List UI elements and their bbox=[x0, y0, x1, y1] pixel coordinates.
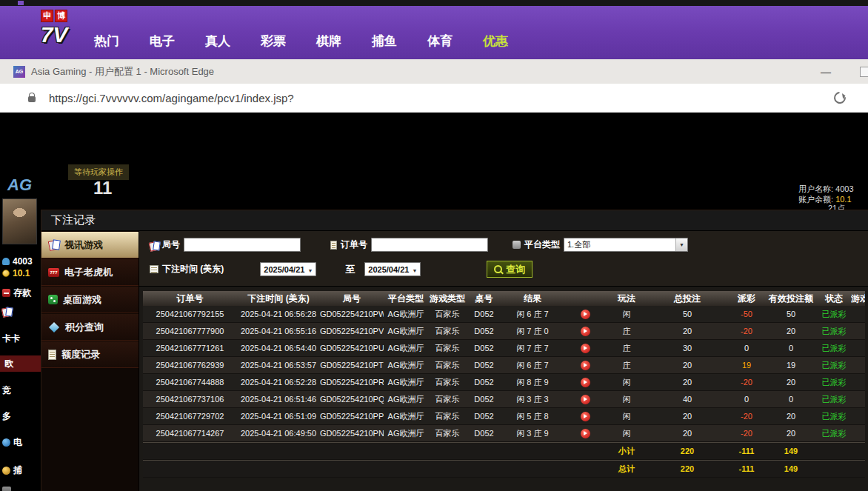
column-header: 派彩 bbox=[728, 293, 765, 305]
cell-time: 2025-04-21 06:51:09 bbox=[237, 412, 320, 421]
bottom-icon bbox=[2, 487, 11, 491]
hall-item-jing[interactable]: 竞 bbox=[2, 384, 11, 397]
sidebar-label: 视讯游戏 bbox=[64, 238, 103, 252]
cell-play: 闲 bbox=[607, 309, 647, 320]
sidebar-item-table-games[interactable]: 桌面游戏 bbox=[41, 286, 138, 313]
minimize-button[interactable]: — bbox=[815, 59, 837, 84]
chevron-down-icon[interactable] bbox=[675, 238, 687, 251]
logo-badge-bo: 博 bbox=[55, 10, 67, 22]
cell-result: 闲 7 庄 7 bbox=[501, 343, 564, 354]
cell-result: 闲 6 庄 7 bbox=[501, 309, 564, 320]
window-top-strip bbox=[0, 0, 868, 6]
column-header: 有效投注额 bbox=[765, 293, 817, 305]
cell-time: 2025-04-21 06:54:40 bbox=[237, 344, 320, 353]
cell-order: 250421067777900 bbox=[143, 327, 237, 335]
cell-status: 已派彩 bbox=[817, 411, 851, 422]
cell-time: 2025-04-21 06:53:57 bbox=[237, 361, 320, 370]
browser-titlebar[interactable]: AG Asia Gaming - 用户配置 1 - Microsoft Edge… bbox=[0, 59, 868, 84]
cell-bet: 30 bbox=[647, 344, 728, 353]
cell-play: 庄 bbox=[607, 326, 647, 337]
nav-item-fishing[interactable]: 捕鱼 bbox=[372, 33, 397, 50]
cell-payout: 0 bbox=[728, 395, 765, 404]
summary-payout: -111 bbox=[728, 447, 765, 455]
records-table: 订单号下注时间 (美东)局号平台类型游戏类型桌号结果玩法总投注派彩有效投注额状态… bbox=[139, 287, 868, 491]
url-text[interactable]: https://gci.7vvvvvv.com/agingame/pcv1/in… bbox=[49, 92, 294, 104]
hall-item-europe[interactable]: 欧 bbox=[0, 355, 41, 372]
table-header-row: 订单号下注时间 (美东)局号平台类型游戏类型桌号结果玩法总投注派彩有效投注额状态… bbox=[143, 291, 865, 306]
cell-game_type: 百家乐 bbox=[428, 377, 467, 388]
hall-item-duo[interactable]: 多 bbox=[2, 410, 11, 423]
cell-time: 2025-04-21 06:52:28 bbox=[237, 378, 320, 387]
cell-platform: AG欧洲厅 bbox=[384, 326, 428, 337]
summary-payout: -111 bbox=[728, 464, 765, 473]
cell-payout: -20 bbox=[728, 378, 765, 387]
column-header: 状态 bbox=[817, 293, 851, 305]
replay-button[interactable] bbox=[581, 378, 590, 387]
cell-round: GD052254210PU bbox=[320, 344, 384, 353]
slot-machine-icon bbox=[48, 268, 59, 277]
platform-type-select[interactable]: 1.全部 bbox=[564, 238, 688, 252]
search-button[interactable]: 查询 bbox=[487, 261, 533, 278]
search-icon bbox=[494, 265, 502, 273]
cell-round: GD052254210PQ bbox=[320, 395, 384, 404]
replay-button[interactable] bbox=[581, 310, 590, 319]
cards-icon bbox=[2, 307, 12, 316]
column-header: 下注时间 (美东) bbox=[237, 293, 320, 305]
site-logo[interactable]: 申 博 7V bbox=[33, 10, 76, 47]
nav-item-lottery[interactable]: 彩票 bbox=[261, 33, 286, 50]
browser-urlbar[interactable]: https://gci.7vvvvvv.com/agingame/pcv1/in… bbox=[0, 84, 868, 113]
cell-status: 已派彩 bbox=[817, 360, 851, 371]
hall-item-bu[interactable]: 捕 bbox=[2, 464, 22, 477]
chevron-down-icon bbox=[307, 265, 313, 274]
search-button-label: 查询 bbox=[506, 263, 525, 276]
deposit-item[interactable]: 存款 bbox=[2, 287, 31, 299]
date-to-select[interactable]: 2025/04/21 bbox=[364, 262, 421, 276]
nav-item-slots[interactable]: 电子 bbox=[150, 33, 175, 50]
replay-button[interactable] bbox=[581, 344, 590, 353]
cell-platform: AG欧洲厅 bbox=[384, 377, 428, 388]
round-number-input[interactable] bbox=[184, 238, 301, 252]
replay-button[interactable] bbox=[581, 395, 590, 404]
sidebar-item-slot-machines[interactable]: 电子老虎机 bbox=[41, 258, 138, 286]
nav-item-cards[interactable]: 棋牌 bbox=[316, 33, 341, 50]
date-from-select[interactable]: 2025/04/21 bbox=[260, 262, 316, 276]
column-header: 结果 bbox=[501, 293, 564, 305]
sidebar-item-points-query[interactable]: 积分查询 bbox=[41, 313, 138, 341]
dealer-avatar bbox=[2, 198, 37, 244]
replay-button[interactable] bbox=[581, 361, 590, 370]
cell-bet: 20 bbox=[647, 361, 728, 370]
dice-icon bbox=[48, 295, 58, 304]
replay-button[interactable] bbox=[581, 429, 590, 438]
filter-bar: 局号 订单号 平台类型 bbox=[139, 231, 868, 287]
hall-item-dian[interactable]: 电 bbox=[2, 436, 22, 449]
hall-item-kaka[interactable]: 卡卡 bbox=[2, 333, 20, 345]
sidebar-item-live-games[interactable]: 视讯游戏 bbox=[41, 231, 138, 258]
chevron-down-icon bbox=[412, 265, 417, 274]
sidebar-item-credit-records[interactable]: 额度记录 bbox=[41, 341, 138, 368]
nav-item-promo[interactable]: 优惠 bbox=[483, 33, 508, 50]
nav-item-live[interactable]: 真人 bbox=[205, 33, 230, 50]
cell-game_type: 百家乐 bbox=[428, 343, 467, 354]
column-header: 游戏类型 bbox=[428, 293, 467, 305]
nav-item-sports[interactable]: 体育 bbox=[427, 33, 453, 50]
cell-replay bbox=[564, 377, 607, 387]
cell-replay bbox=[564, 428, 607, 438]
replay-button[interactable] bbox=[581, 412, 590, 421]
diamond-icon bbox=[49, 321, 59, 332]
replay-button[interactable] bbox=[581, 327, 590, 336]
order-number-input[interactable] bbox=[371, 238, 488, 252]
deposit-icon bbox=[2, 289, 10, 297]
cell-game_type: 百家乐 bbox=[428, 360, 467, 371]
hall-dian-label: 电 bbox=[13, 436, 22, 449]
nav-item-hot[interactable]: 热门 bbox=[94, 33, 119, 50]
user-id-text: 4003 bbox=[13, 256, 33, 267]
maximize-button[interactable] bbox=[860, 67, 868, 77]
cell-replay bbox=[564, 360, 607, 370]
cell-order: 250421067744888 bbox=[143, 378, 237, 387]
hall-item-bottom[interactable] bbox=[2, 487, 11, 491]
cards-menu-item[interactable] bbox=[2, 307, 12, 316]
logo-badge-shen: 申 bbox=[41, 10, 53, 22]
refresh-icon[interactable] bbox=[832, 90, 849, 107]
logo-brand-text: 7V bbox=[33, 23, 76, 47]
cell-valid: 20 bbox=[765, 429, 817, 438]
